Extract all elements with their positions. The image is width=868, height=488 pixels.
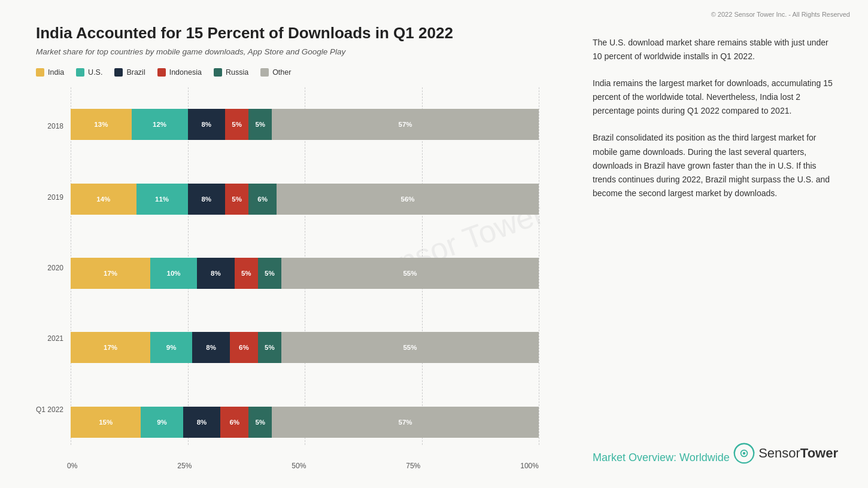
stacked-bar: 17%10%8%5%5%55%	[71, 258, 539, 289]
bar-label: 6%	[257, 196, 268, 203]
legend-item: Russia	[214, 68, 248, 77]
bar-segment: 56%	[277, 184, 539, 215]
bar-segment: 11%	[136, 184, 188, 215]
bar-label: 5%	[241, 270, 251, 277]
chart-subtitle: Market share for top countries by mobile…	[36, 47, 539, 56]
legend-label: Brazil	[126, 68, 145, 77]
sensortower-icon	[733, 443, 755, 464]
bar-segment: 5%	[258, 258, 281, 289]
bar-segment: 10%	[150, 258, 197, 289]
bar-row: 15%9%8%6%5%57%	[71, 403, 539, 441]
right-text: The U.S. download market share remains s…	[593, 36, 838, 214]
bar-label: 17%	[104, 270, 117, 277]
y-labels: 2018201920202021Q1 2022	[36, 87, 71, 459]
bar-label: 8%	[206, 344, 216, 351]
y-label: Q1 2022	[36, 406, 63, 413]
bar-label: 56%	[400, 196, 414, 203]
x-label: 50%	[292, 462, 306, 470]
bar-segment: 6%	[230, 332, 258, 363]
legend-swatch	[260, 68, 269, 77]
copyright-text: © 2022 Sensor Tower Inc. - All Rights Re…	[711, 11, 850, 18]
x-label: 0%	[67, 462, 77, 470]
bar-segment: 5%	[258, 332, 281, 363]
bar-label: 17%	[104, 344, 117, 351]
x-label: 75%	[406, 462, 420, 470]
right-paragraph: The U.S. download market share remains s…	[593, 36, 838, 63]
legend-label: U.S.	[88, 68, 102, 77]
legend-swatch	[214, 68, 222, 77]
x-axis: 0%25%50%75%100%	[36, 459, 539, 470]
bar-segment: 5%	[248, 109, 272, 140]
legend: IndiaU.S.BrazilIndonesiaRussiaOther	[36, 68, 539, 77]
bar-segment: 13%	[71, 109, 132, 140]
bar-label: 55%	[403, 270, 417, 277]
legend-item: Brazil	[114, 68, 145, 77]
legend-label: Russia	[226, 68, 248, 77]
bar-segment: 55%	[281, 332, 539, 363]
bar-label: 55%	[403, 344, 417, 351]
bar-row: 14%11%8%5%6%56%	[71, 180, 539, 218]
bar-segment: 55%	[281, 258, 539, 289]
legend-item: Indonesia	[157, 68, 202, 77]
bar-label: 11%	[155, 196, 169, 203]
bar-label: 5%	[265, 270, 275, 277]
chart-title: India Accounted for 15 Percent of Downlo…	[36, 24, 539, 42]
right-paragraph: India remains the largest market for dow…	[593, 77, 838, 118]
bar-segment: 5%	[248, 407, 272, 438]
bar-segment: 17%	[71, 332, 150, 363]
tower-text: Tower	[800, 446, 838, 460]
bar-label: 8%	[211, 270, 221, 277]
svg-point-2	[743, 452, 746, 455]
bar-label: 8%	[201, 121, 211, 128]
legend-swatch	[76, 68, 84, 77]
bar-segment: 6%	[248, 184, 277, 215]
bar-segment: 5%	[235, 258, 258, 289]
bar-label: 10%	[167, 270, 181, 277]
page: © 2022 Sensor Tower Inc. - All Rights Re…	[0, 0, 868, 488]
bar-label: 9%	[157, 419, 167, 426]
y-label: 2018	[36, 123, 63, 130]
bar-segment: 6%	[220, 407, 248, 438]
legend-item: India	[36, 68, 64, 77]
bar-segment: 12%	[132, 109, 188, 140]
legend-swatch	[114, 68, 123, 77]
bar-label: 57%	[399, 121, 412, 128]
bar-segment: 8%	[188, 184, 226, 215]
left-panel: India Accounted for 15 Percent of Downlo…	[0, 0, 569, 488]
chart-body: 2018201920202021Q1 2022 13%12%8%5%5%57%1…	[36, 87, 539, 459]
bar-row: 17%9%8%6%5%55%	[71, 328, 539, 367]
bar-row: 13%12%8%5%5%57%	[71, 105, 539, 144]
bar-segment: 57%	[272, 109, 539, 140]
bar-segment: 9%	[141, 407, 183, 438]
market-overview-label: Market Overview: Worldwide	[593, 452, 730, 464]
legend-label: Indonesia	[169, 68, 202, 77]
legend-swatch	[36, 68, 44, 77]
bar-segment: 17%	[71, 258, 150, 289]
bar-label: 5%	[265, 344, 275, 351]
bar-segment: 15%	[71, 407, 141, 438]
legend-label: Other	[272, 68, 291, 77]
bar-label: 6%	[229, 419, 239, 426]
legend-label: India	[48, 68, 64, 77]
sensor-text: Sensor	[758, 446, 800, 460]
bar-label: 6%	[239, 344, 249, 351]
bar-label: 9%	[166, 344, 177, 351]
bar-row: 17%10%8%5%5%55%	[71, 254, 539, 292]
bar-label: 8%	[197, 419, 207, 426]
bar-label: 5%	[232, 121, 242, 128]
bar-segment: 8%	[183, 407, 221, 438]
y-label: 2021	[36, 335, 63, 342]
bar-label: 13%	[94, 121, 108, 128]
legend-item: U.S.	[76, 68, 102, 77]
bar-segment: 5%	[225, 109, 248, 140]
bars-container: 13%12%8%5%5%57%14%11%8%5%6%56%17%10%8%5%…	[71, 87, 539, 459]
bar-segment: 57%	[272, 407, 539, 438]
y-label: 2019	[36, 194, 63, 201]
bar-label: 5%	[255, 419, 265, 426]
bar-segment: 14%	[71, 184, 136, 215]
right-paragraph: Brazil consolidated its position as the …	[593, 131, 838, 200]
bar-label: 14%	[96, 196, 110, 203]
bar-segment: 5%	[225, 184, 248, 215]
x-label: 100%	[520, 462, 539, 470]
grid-line	[539, 87, 539, 445]
